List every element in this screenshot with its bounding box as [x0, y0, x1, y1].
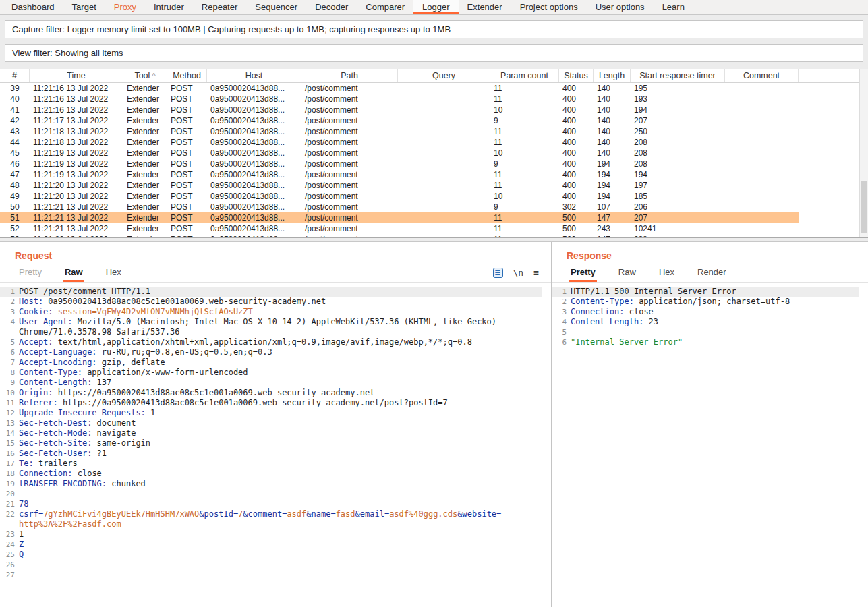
cell-tool: Extender — [123, 202, 167, 212]
cell-host: 0a9500020413d88... — [207, 148, 301, 158]
tab-intruder[interactable]: Intruder — [145, 0, 193, 14]
column-header-num[interactable]: # — [0, 69, 30, 82]
line-content: Sec-Fetch-Mode: navigate — [19, 428, 542, 438]
log-row-50[interactable]: 5011:21:21 13 Jul 2022ExtenderPOST0a9500… — [0, 202, 799, 212]
tab-comparer[interactable]: Comparer — [357, 0, 413, 14]
line-number: 16 — [0, 449, 19, 459]
tab-target[interactable]: Target — [63, 0, 105, 14]
request-editor[interactable]: 1POST /post/comment HTTP/1.12Host: 0a950… — [0, 283, 551, 580]
tab-logger[interactable]: Logger — [413, 0, 458, 14]
request-tab-pretty[interactable]: Pretty — [18, 267, 43, 282]
column-header-comment[interactable]: Comment — [725, 69, 799, 82]
request-tab-hex[interactable]: Hex — [105, 267, 123, 282]
column-header-host[interactable]: Host — [207, 69, 301, 82]
cell-tool: Extender — [123, 115, 167, 126]
column-header-start-response-timer[interactable]: Start response timer — [631, 69, 725, 82]
cell-tool: Extender — [123, 169, 167, 180]
log-row-43[interactable]: 4311:21:18 13 Jul 2022ExtenderPOST0a9500… — [0, 126, 799, 137]
cell-status: 302 — [559, 202, 594, 212]
log-row-44[interactable]: 4411:21:18 13 Jul 2022ExtenderPOST0a9500… — [0, 137, 799, 148]
cell-path: /post/comment — [301, 83, 398, 94]
column-header-param-count[interactable]: Param count — [490, 69, 559, 82]
tab-proxy[interactable]: Proxy — [105, 0, 145, 14]
cell-comment — [725, 115, 799, 126]
cell-host: 0a9500020413d88... — [207, 191, 301, 202]
cell-time: 11:21:16 13 Jul 2022 — [30, 94, 123, 105]
tab-decoder[interactable]: Decoder — [306, 0, 357, 14]
cell-tool: Extender — [123, 212, 167, 223]
request-line-16: 16Sec-Fetch-User: ?1 — [0, 449, 542, 459]
tab-dashboard[interactable]: Dashboard — [3, 0, 63, 14]
request-line-4: 4User-Agent: Mozilla/5.0 (Macintosh; Int… — [0, 317, 542, 337]
log-row-39[interactable]: 3911:21:16 13 Jul 2022ExtenderPOST0a9500… — [0, 83, 799, 94]
column-header-tool[interactable]: Tool ^ — [123, 69, 167, 82]
table-scrollbar-thumb[interactable] — [861, 181, 867, 233]
log-row-51[interactable]: 5111:21:21 13 Jul 2022ExtenderPOST0a9500… — [0, 212, 799, 223]
line-content: Accept-Encoding: gzip, deflate — [19, 357, 542, 368]
cell-comment — [725, 137, 799, 148]
nonprinting-chars-toggle-icon[interactable]: \n — [513, 268, 524, 278]
cell-start-response-timer: 197 — [631, 180, 725, 191]
log-row-45[interactable]: 4511:21:19 13 Jul 2022ExtenderPOST0a9500… — [0, 148, 799, 158]
cell-comment — [725, 94, 799, 105]
cell-method: POST — [167, 83, 207, 94]
view-filter-bar[interactable]: View filter: Showing all items — [5, 44, 863, 62]
log-row-52[interactable]: 5211:21:21 13 Jul 2022ExtenderPOST0a9500… — [0, 223, 799, 234]
cell-length: 140 — [594, 83, 631, 94]
tab-project-options[interactable]: Project options — [511, 0, 587, 14]
response-editor[interactable]: 1HTTP/1.1 500 Internal Server Error2Cont… — [552, 283, 868, 347]
column-header-query[interactable]: Query — [398, 69, 490, 82]
tab-learn[interactable]: Learn — [654, 0, 693, 14]
cell-comment — [725, 148, 799, 158]
column-header-time[interactable]: Time — [30, 69, 123, 82]
table-scrollbar[interactable] — [859, 69, 868, 237]
response-tab-render[interactable]: Render — [696, 267, 728, 282]
cell-length: 140 — [594, 105, 631, 115]
cell-query — [398, 158, 490, 169]
request-tab-raw[interactable]: Raw — [63, 267, 84, 282]
log-row-48[interactable]: 4811:21:20 13 Jul 2022ExtenderPOST0a9500… — [0, 180, 799, 191]
request-line-7: 7Accept-Encoding: gzip, deflate — [0, 357, 542, 368]
line-number: 27 — [0, 570, 19, 580]
cell-param-count: 11 — [490, 212, 559, 223]
cell-start-response-timer: 10241 — [631, 223, 725, 234]
log-row-49[interactable]: 4911:21:20 13 Jul 2022ExtenderPOST0a9500… — [0, 191, 799, 202]
column-header-path[interactable]: Path — [301, 69, 398, 82]
pretty-format-icon[interactable]: ☰ — [493, 268, 503, 278]
cell-length: 140 — [594, 148, 631, 158]
cell-num: 44 — [0, 137, 30, 148]
request-line-2: 2Host: 0a9500020413d88ac08c5c1e001a0069.… — [0, 297, 542, 307]
cell-tool: Extender — [123, 148, 167, 158]
log-row-46[interactable]: 4611:21:19 13 Jul 2022ExtenderPOST0a9500… — [0, 158, 799, 169]
line-number: 5 — [552, 327, 571, 337]
request-line-20: 20 — [0, 489, 542, 499]
cell-path: /post/comment — [301, 137, 398, 148]
response-tab-raw[interactable]: Raw — [617, 267, 637, 282]
tab-sequencer[interactable]: Sequencer — [246, 0, 306, 14]
log-row-53[interactable]: 5311:21:22 13 Jul 2022ExtenderPOST0a9500… — [0, 234, 799, 238]
request-line-10: 10Origin: https://0a9500020413d88ac08c5c… — [0, 388, 542, 398]
log-row-41[interactable]: 4111:21:16 13 Jul 2022ExtenderPOST0a9500… — [0, 105, 799, 115]
cell-length: 147 — [594, 212, 631, 223]
line-number: 19 — [0, 479, 19, 489]
tab-extender[interactable]: Extender — [459, 0, 511, 14]
cell-length: 194 — [594, 180, 631, 191]
capture-filter-bar[interactable]: Capture filter: Logger memory limit set … — [5, 20, 863, 38]
tab-user-options[interactable]: User options — [587, 0, 654, 14]
tab-repeater[interactable]: Repeater — [193, 0, 246, 14]
cell-host: 0a9500020413d88... — [207, 158, 301, 169]
column-header-method[interactable]: Method — [167, 69, 207, 82]
response-tab-pretty[interactable]: Pretty — [569, 267, 597, 282]
cell-length: 140 — [594, 115, 631, 126]
cell-query — [398, 191, 490, 202]
response-tab-hex[interactable]: Hex — [658, 267, 676, 282]
editor-menu-icon[interactable]: ≡ — [533, 268, 539, 278]
column-header-length[interactable]: Length — [594, 69, 631, 82]
column-header-status[interactable]: Status — [559, 69, 594, 82]
cell-method: POST — [167, 137, 207, 148]
log-row-40[interactable]: 4011:21:16 13 Jul 2022ExtenderPOST0a9500… — [0, 94, 799, 105]
log-row-42[interactable]: 4211:21:17 13 Jul 2022ExtenderPOST0a9500… — [0, 115, 799, 126]
request-line-3: 3Cookie: session=VgFWy4D2vMfON7vMNMhjQlS… — [0, 307, 542, 317]
log-row-47[interactable]: 4711:21:19 13 Jul 2022ExtenderPOST0a9500… — [0, 169, 799, 180]
cell-param-count: 9 — [490, 202, 559, 212]
